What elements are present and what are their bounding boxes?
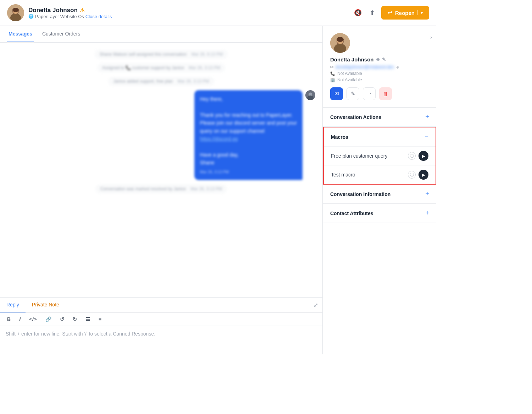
contact-attributes-title: Contact Attributes <box>330 211 373 216</box>
chevron-down-icon: ▾ <box>417 10 423 15</box>
edit-contact-icon[interactable]: ✎ <box>382 57 386 62</box>
contact-section: › Donetta Johnson ⊕ ✎ ✉ donettajohnson@c… <box>323 26 436 108</box>
system-message: Janice added support, free plan Mar 26, … <box>108 77 214 86</box>
user-name: Donetta Johnson <box>28 7 78 14</box>
code-button[interactable]: </> <box>28 316 38 322</box>
reopen-icon: ↩ <box>388 10 392 16</box>
header-name: Donetta Johnson ⚠ <box>28 7 112 14</box>
reply-tab[interactable]: Reply <box>0 298 26 312</box>
company-value: Not Available <box>337 77 362 82</box>
italic-button[interactable]: I <box>18 316 22 323</box>
message-bubble-wrapper: Hey there, Thank you for reaching out to… <box>7 90 315 180</box>
chevron-right-icon: › <box>430 34 432 40</box>
main-layout: Messages Customer Orders Shane Watson se… <box>0 26 436 354</box>
reply-area: Reply Private Note ⤢ B I </> 🔗 ↺ ↻ ☰ ≡ S… <box>0 297 322 354</box>
globe-icon: 🌐 <box>28 14 34 19</box>
tab-messages[interactable]: Messages <box>7 26 34 42</box>
macro-item: Free plan customer query ⓘ ▶ <box>324 146 436 165</box>
macro-info-button[interactable]: ⓘ <box>408 152 416 160</box>
conversation-information-toggle[interactable]: + <box>425 190 429 198</box>
copy-icon[interactable]: ⊕ <box>376 57 380 62</box>
link-button[interactable]: 🔗 <box>44 316 53 323</box>
email-link[interactable]: donettajohnson@chatwoot.dev <box>336 65 394 70</box>
contact-phone: 📞 Not Available <box>330 71 429 76</box>
reopen-button[interactable]: ↩ Reopen ▾ <box>381 6 429 20</box>
header: Donetta Johnson ⚠ 🌐 PaperLayer Website O… <box>0 0 436 26</box>
contact-email: ✉ donettajohnson@chatwoot.dev ⊕ <box>330 65 429 70</box>
contact-company: 🏢 Not Available <box>330 77 429 82</box>
right-panel: › Donetta Johnson ⊕ ✎ ✉ donettajohnson@c… <box>323 26 436 354</box>
agent-avatar <box>305 90 315 100</box>
tab-bar: Messages Customer Orders <box>0 26 322 43</box>
phone-icon: 📞 <box>330 71 335 76</box>
contact-avatar <box>330 33 350 53</box>
macro-actions: ⓘ ▶ <box>408 151 428 161</box>
unordered-list-button[interactable]: ☰ <box>84 316 92 323</box>
conversation-actions-title: Conversation Actions <box>330 114 381 120</box>
system-message: Shane Watson self-assigned this conversa… <box>95 50 228 59</box>
messages-area: Shane Watson self-assigned this conversa… <box>0 43 322 297</box>
private-note-tab[interactable]: Private Note <box>26 298 66 312</box>
tab-customer-orders[interactable]: Customer Orders <box>41 26 82 42</box>
conversation-actions-section: Conversation Actions + <box>323 108 436 127</box>
conversation-information-header[interactable]: Conversation Information + <box>323 185 436 203</box>
editor-area[interactable]: Shift + enter for new line. Start with '… <box>0 326 322 354</box>
message-text: Hey there, Thank you for reaching out to… <box>200 95 297 167</box>
contact-attributes-section: Contact Attributes + <box>323 204 436 223</box>
edit-button[interactable]: ✎ <box>347 87 359 100</box>
reply-tab-bar: Reply Private Note ⤢ <box>0 298 322 313</box>
contact-attributes-toggle[interactable]: + <box>425 209 429 217</box>
avatar <box>7 4 24 21</box>
merge-button[interactable]: ⇀ <box>363 87 376 100</box>
macro-run-button[interactable]: ▶ <box>419 151 428 161</box>
svg-point-4 <box>12 8 19 12</box>
header-actions: 🔇 ⬆ ↩ Reopen ▾ <box>353 6 429 20</box>
message-timestamp: Mar 26, 3:13 PM <box>200 169 297 175</box>
email-icon: ✉ <box>330 65 333 70</box>
contact-attributes-header[interactable]: Contact Attributes + <box>323 204 436 223</box>
macro-info-button[interactable]: ⓘ <box>408 171 416 179</box>
action-icons: ✉ ✎ ⇀ 🗑 <box>330 87 429 100</box>
svg-point-12 <box>337 37 344 42</box>
header-left: Donetta Johnson ⚠ 🌐 PaperLayer Website O… <box>7 4 112 21</box>
macro-name: Free plan customer query <box>331 153 408 159</box>
share-button[interactable]: ⬆ <box>368 7 376 18</box>
redo-button[interactable]: ↻ <box>71 316 78 323</box>
macro-run-button[interactable]: ▶ <box>419 170 428 180</box>
new-conversation-button[interactable]: ✉ <box>330 87 343 100</box>
macros-header[interactable]: Macros − <box>324 127 436 146</box>
macro-actions: ⓘ ▶ <box>408 170 428 180</box>
editor-placeholder: Shift + enter for new line. Start with '… <box>6 331 155 337</box>
macros-title: Macros <box>331 134 348 140</box>
conversation-actions-toggle[interactable]: + <box>425 113 429 121</box>
macro-name: Test macro <box>331 172 408 178</box>
left-panel: Messages Customer Orders Shane Watson se… <box>0 26 323 354</box>
editor-toolbar: B I </> 🔗 ↺ ↻ ☰ ≡ <box>0 313 322 326</box>
discord-link[interactable]: https://discord.gg <box>200 136 238 142</box>
macros-toggle[interactable]: − <box>425 133 428 141</box>
conversation-information-section: Conversation Information + <box>323 185 436 204</box>
phone-value: Not Available <box>337 71 362 76</box>
conversation-information-title: Conversation Information <box>330 191 390 197</box>
macro-item: Test macro ⓘ ▶ <box>324 165 436 184</box>
bold-button[interactable]: B <box>6 316 12 323</box>
contact-name: Donetta Johnson ⊕ ✎ <box>330 56 429 62</box>
delete-button[interactable]: 🗑 <box>379 87 392 100</box>
company-icon: 🏢 <box>330 78 335 82</box>
undo-button[interactable]: ↺ <box>59 316 66 323</box>
close-details-link[interactable]: Close details <box>85 14 112 19</box>
macros-section: Macros − Free plan customer query ⓘ ▶ Te… <box>323 127 436 185</box>
source-label: PaperLayer Website Os <box>35 14 84 19</box>
resize-icon: ⤢ <box>314 302 318 309</box>
conversation-actions-header[interactable]: Conversation Actions + <box>323 108 436 126</box>
mute-button[interactable]: 🔇 <box>353 7 363 18</box>
system-message: Conversation was marked resolved by Jani… <box>95 184 227 194</box>
reopen-label: Reopen <box>395 10 415 16</box>
header-sub: 🌐 PaperLayer Website Os Close details <box>28 14 112 19</box>
ordered-list-button[interactable]: ≡ <box>97 316 103 323</box>
message-bubble: Hey there, Thank you for reaching out to… <box>194 90 303 180</box>
header-info: Donetta Johnson ⚠ 🌐 PaperLayer Website O… <box>28 7 112 19</box>
copy-email-icon[interactable]: ⊕ <box>396 65 399 69</box>
system-message: Assigned to 📞 customer support by Janice… <box>97 63 225 72</box>
warning-icon: ⚠ <box>80 7 84 13</box>
